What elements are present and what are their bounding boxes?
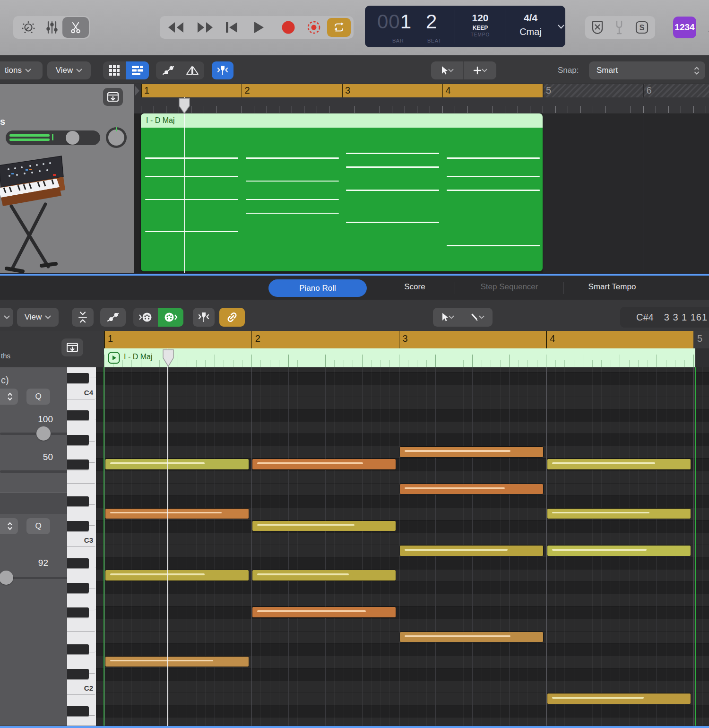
midi-note[interactable] xyxy=(252,520,396,532)
midi-note[interactable] xyxy=(105,459,249,470)
midi-note[interactable] xyxy=(399,484,544,495)
solo-button[interactable]: S xyxy=(631,19,652,36)
piano-key-black[interactable] xyxy=(67,644,89,654)
midi-note[interactable] xyxy=(252,570,396,581)
slider-3-handle[interactable] xyxy=(0,571,13,585)
rewind-button[interactable] xyxy=(164,19,188,36)
automation-button[interactable] xyxy=(156,61,180,79)
lcd-chevron-section[interactable] xyxy=(556,6,565,47)
midi-note[interactable] xyxy=(105,570,249,581)
lcd-bar-label: BAR xyxy=(392,38,404,43)
master-mute-icon[interactable] xyxy=(587,19,608,36)
tab-score[interactable]: Score xyxy=(378,282,451,292)
link-button[interactable] xyxy=(219,308,245,327)
pr-pencil-tool-menu[interactable] xyxy=(462,308,493,327)
pr-catch-playhead-button[interactable] xyxy=(193,308,215,327)
piano-key-black[interactable] xyxy=(67,521,89,531)
piano-key-black[interactable] xyxy=(67,496,89,506)
pr-automation-button[interactable] xyxy=(100,308,126,327)
midi-note[interactable] xyxy=(105,656,249,667)
midi-note[interactable] xyxy=(547,693,691,704)
tracks-playhead-marker[interactable] xyxy=(178,97,190,114)
piano-key-black[interactable] xyxy=(67,373,89,383)
tab-piano-roll[interactable]: Piano Roll xyxy=(268,279,367,297)
midi-note[interactable] xyxy=(399,545,544,556)
library-knob-button[interactable] xyxy=(16,18,41,37)
region-play-button[interactable] xyxy=(108,352,120,364)
midi-note[interactable] xyxy=(399,632,544,643)
quantize-stepper-1[interactable] xyxy=(0,389,18,405)
command-click-tool-menu[interactable] xyxy=(464,61,496,79)
metronome-icon-partial[interactable] xyxy=(702,19,709,36)
pr-view-menu[interactable]: View xyxy=(17,308,59,327)
pr-inspector: c) Q 100 50 Q 92 xyxy=(0,367,67,726)
pr-panel-toggle-button[interactable] xyxy=(61,338,83,356)
midi-in-button[interactable] xyxy=(133,308,158,327)
midi-note[interactable] xyxy=(252,459,396,470)
crossfade-button[interactable] xyxy=(180,61,204,79)
piano-key-black[interactable] xyxy=(67,669,89,679)
slider-2-track[interactable] xyxy=(0,470,78,473)
cycle-button[interactable] xyxy=(327,18,351,37)
forward-button[interactable] xyxy=(193,19,217,36)
record-button[interactable] xyxy=(277,19,300,36)
piano-roll-toolbar: View xyxy=(0,300,709,331)
midi-note[interactable] xyxy=(399,446,544,458)
quantize-button-1[interactable]: Q xyxy=(26,389,50,405)
midi-note[interactable] xyxy=(105,508,249,520)
view-menu[interactable]: View xyxy=(47,61,91,79)
piano-key-black[interactable] xyxy=(67,435,89,445)
midi-note[interactable] xyxy=(252,607,396,618)
piano-roll-ruler[interactable]: 12345 xyxy=(0,331,709,348)
tools-scissors-button[interactable] xyxy=(62,17,89,38)
piano-key-black[interactable] xyxy=(67,583,89,593)
piano-key-black[interactable] xyxy=(67,558,89,568)
left-click-tool-menu[interactable] xyxy=(431,61,464,79)
tracks-ruler[interactable]: 123456 xyxy=(134,84,709,113)
pr-region-strip-band[interactable] xyxy=(104,348,695,367)
snap-dropdown[interactable]: Smart xyxy=(589,61,705,79)
lcd-display[interactable]: 0012 BAR BEAT 120 KEEP TEMPO 4/4 Cmaj xyxy=(365,6,565,47)
pr-playhead-marker[interactable] xyxy=(162,349,175,368)
midi-note[interactable] xyxy=(547,508,691,520)
pr-pointer-tool-menu[interactable] xyxy=(433,308,462,327)
tab-smart-tempo[interactable]: Smart Tempo xyxy=(570,282,655,292)
track-editor-toggle-button[interactable] xyxy=(103,88,123,106)
slider-1-handle[interactable] xyxy=(36,426,51,441)
tab-step-sequencer[interactable]: Step Sequencer xyxy=(468,282,551,292)
piano-key-black[interactable] xyxy=(67,459,89,469)
track-pan-knob[interactable] xyxy=(106,127,127,148)
grid-view-button[interactable] xyxy=(103,61,126,79)
pr-functions-menu-partial[interactable] xyxy=(0,308,13,327)
midi-note[interactable] xyxy=(547,545,691,556)
tracks-toolbar: tions View xyxy=(0,55,709,84)
mixer-sliders-button[interactable] xyxy=(42,18,62,37)
record-capture-button[interactable] xyxy=(303,19,324,36)
collapse-mode-button[interactable] xyxy=(72,308,94,327)
piano-keyboard[interactable]: C4C3C2 xyxy=(67,367,96,726)
tuner-fork-icon[interactable] xyxy=(609,19,630,36)
go-to-beginning-button[interactable] xyxy=(220,19,243,36)
track-volume-slider[interactable] xyxy=(6,130,100,145)
lcd-beat-label: BEAT xyxy=(427,38,441,43)
tracks-view-button[interactable] xyxy=(126,61,149,79)
piano-key-white[interactable] xyxy=(67,716,95,726)
quantize-button-2[interactable]: Q xyxy=(26,518,50,534)
midi-out-button[interactable] xyxy=(158,308,183,327)
functions-menu[interactable]: tions xyxy=(0,61,43,79)
quantize-stepper-2[interactable] xyxy=(0,518,18,534)
volume-slider-handle[interactable] xyxy=(66,131,79,145)
midi-note[interactable] xyxy=(547,459,691,470)
piano-roll-region-strip[interactable]: I - D Maj xyxy=(0,348,709,367)
piano-key-black[interactable] xyxy=(67,607,89,617)
count-in-button[interactable]: 1234 xyxy=(673,17,696,38)
piano-key-black[interactable] xyxy=(67,410,89,420)
grid-line xyxy=(307,367,307,726)
play-button[interactable] xyxy=(248,19,270,36)
note-grid[interactable] xyxy=(96,367,709,726)
tracks-playhead[interactable] xyxy=(184,97,185,273)
catch-playhead-button[interactable] xyxy=(212,61,233,79)
piano-key-black[interactable] xyxy=(67,706,89,716)
midi-region[interactable]: I - D Maj xyxy=(141,113,543,271)
pr-playhead[interactable] xyxy=(167,348,168,726)
